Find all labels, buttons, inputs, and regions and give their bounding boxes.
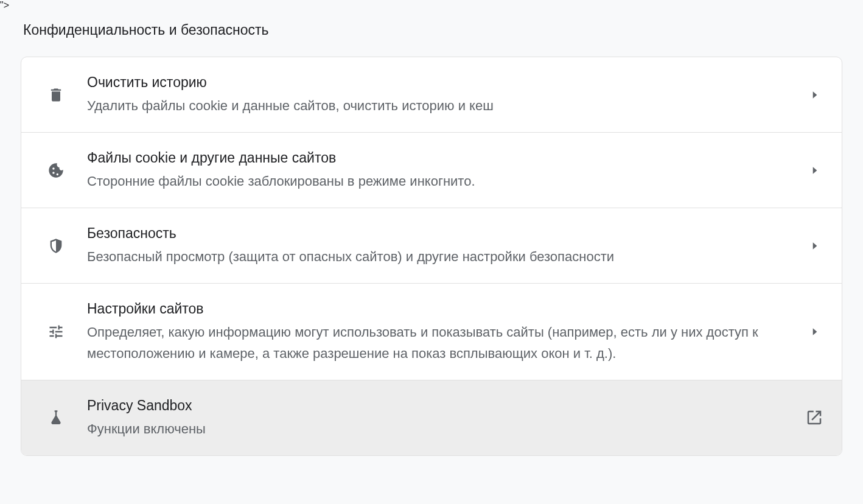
row-title: Безопасность <box>87 224 792 243</box>
row-cookies[interactable]: Файлы cookie и другие данные сайтов Стор… <box>21 133 842 208</box>
row-description: Определяет, какую информацию могут испол… <box>87 322 792 363</box>
tune-icon <box>44 323 68 340</box>
row-privacy-sandbox[interactable]: Privacy Sandbox Функции включены <box>21 380 842 455</box>
section-title: Конфиденциальность и безопасность <box>23 22 842 38</box>
privacy-security-card: Очистить историю Удалить файлы cookie и … <box>21 57 842 456</box>
trash-icon <box>44 86 68 103</box>
chevron-right-icon <box>806 89 823 101</box>
row-description: Безопасный просмотр (защита от опасных с… <box>87 247 792 267</box>
row-title: Privacy Sandbox <box>87 396 791 415</box>
chevron-right-icon <box>806 326 823 338</box>
row-title: Файлы cookie и другие данные сайтов <box>87 149 792 167</box>
row-description: Сторонние файлы cookie заблокированы в р… <box>87 171 792 192</box>
row-title: Настройки сайтов <box>87 299 792 318</box>
row-body: Настройки сайтов Определяет, какую инфор… <box>87 299 806 363</box>
row-site-settings[interactable]: Настройки сайтов Определяет, какую инфор… <box>21 284 842 380</box>
row-body: Очистить историю Удалить файлы cookie и … <box>87 73 806 116</box>
row-body: Безопасность Безопасный просмотр (защита… <box>87 224 806 267</box>
row-title: Очистить историю <box>87 73 792 92</box>
open-in-new-icon <box>805 408 823 427</box>
row-description: Удалить файлы cookie и данные сайтов, оч… <box>87 96 792 116</box>
row-body: Privacy Sandbox Функции включены <box>87 396 805 439</box>
row-body: Файлы cookie и другие данные сайтов Стор… <box>87 149 806 192</box>
row-clear-browsing-data[interactable]: Очистить историю Удалить файлы cookie и … <box>21 57 842 133</box>
flask-icon <box>44 409 68 426</box>
chevron-right-icon <box>806 164 823 177</box>
chevron-right-icon <box>806 240 823 252</box>
row-security[interactable]: Безопасность Безопасный просмотр (защита… <box>21 208 842 284</box>
row-description: Функции включены <box>87 419 791 439</box>
shield-icon <box>44 237 68 254</box>
cookie-icon <box>44 162 68 179</box>
